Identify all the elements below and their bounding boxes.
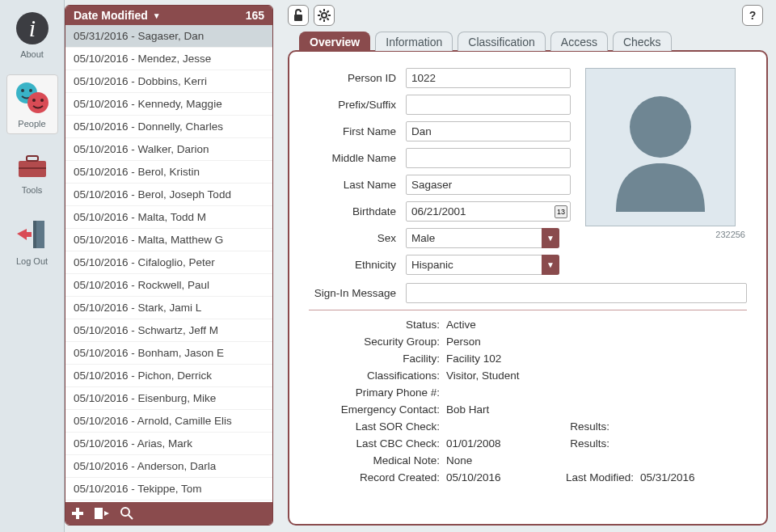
list-footer — [65, 502, 272, 525]
unlock-icon — [292, 9, 305, 22]
export-button[interactable] — [95, 508, 109, 519]
list-row[interactable]: 05/31/2016 - Sagaser, Dan — [65, 25, 272, 48]
list-row[interactable]: 05/10/2016 - Berol, Joseph Todd — [65, 184, 272, 206]
svg-marker-17 — [104, 511, 109, 516]
list-row[interactable]: 05/10/2016 - Malta, Matthew G — [65, 229, 272, 251]
svg-text:i: i — [28, 15, 35, 41]
input-last-name[interactable] — [406, 175, 571, 195]
label-person-id: Person ID — [309, 72, 406, 84]
svg-rect-12 — [33, 221, 36, 248]
add-button[interactable] — [72, 508, 83, 519]
gear-icon — [318, 9, 331, 22]
list-row[interactable]: 05/10/2016 - Bonham, Jason E — [65, 342, 272, 365]
input-middle-name[interactable] — [406, 148, 571, 168]
svg-line-19 — [129, 515, 133, 519]
chevron-down-icon[interactable]: ▼ — [542, 255, 559, 275]
nav-tools-label: Tools — [22, 185, 43, 195]
label-last-name: Last Name — [309, 179, 406, 191]
label-signin-msg: Sign-In Message — [309, 287, 406, 299]
nav-tools[interactable]: Tools — [6, 144, 58, 201]
label-status: Status: — [309, 319, 446, 331]
help-icon: ? — [746, 9, 759, 22]
list-row[interactable]: 05/10/2016 - Berol, Kristin — [65, 161, 272, 184]
value-classifications: Visitor, Student — [446, 369, 543, 382]
left-nav: i About People Tools — [0, 0, 65, 532]
svg-rect-10 — [27, 156, 38, 161]
list-row[interactable]: 05/10/2016 - Tekippe, Tom — [65, 478, 272, 500]
search-button[interactable] — [120, 507, 133, 520]
list-row[interactable]: 05/10/2016 - Schwartz, Jeff M — [65, 319, 272, 342]
label-sor-results: Results: — [543, 420, 616, 433]
svg-point-5 — [27, 92, 48, 113]
value-sor-results — [616, 420, 713, 433]
list-row[interactable]: 05/10/2016 - Cifaloglio, Peter — [65, 251, 272, 274]
input-first-name[interactable] — [406, 121, 571, 141]
value-medical-note: None — [446, 454, 543, 467]
label-medical-note: Medical Note: — [309, 454, 446, 467]
search-icon — [120, 507, 133, 520]
list-row[interactable]: 05/10/2016 - Mendez, Jesse — [65, 48, 272, 70]
svg-rect-16 — [95, 508, 103, 519]
value-facility: Facility 102 — [446, 353, 543, 365]
input-signin-msg[interactable] — [406, 283, 747, 303]
list-row[interactable]: 05/10/2016 - Malta, Todd M — [65, 206, 272, 229]
list-body[interactable]: 05/31/2016 - Sagaser, Dan05/10/2016 - Me… — [65, 25, 272, 502]
people-icon — [12, 80, 53, 116]
tab-overview[interactable]: Overview — [299, 32, 370, 51]
top-bar: ? — [288, 5, 768, 26]
select-ethnicity[interactable] — [406, 255, 559, 275]
list-row[interactable]: 05/10/2016 - Dobbins, Kerri — [65, 70, 272, 93]
chevron-down-icon[interactable]: ▼ — [542, 228, 559, 248]
unlock-button[interactable] — [288, 5, 309, 26]
svg-point-31 — [630, 96, 691, 158]
photo-placeholder[interactable] — [585, 68, 736, 226]
svg-point-21 — [322, 13, 327, 18]
list-row[interactable]: 05/10/2016 - Anderson, Darla — [65, 455, 272, 478]
list-row[interactable]: 05/10/2016 - Rockwell, Paul — [65, 274, 272, 297]
label-first-name: First Name — [309, 125, 406, 137]
form-fields: Person ID Prefix/Suffix First Name Middl… — [309, 68, 571, 281]
list-header[interactable]: Date Modified ▼ 165 — [65, 6, 272, 25]
input-person-id[interactable] — [406, 68, 571, 88]
list-row[interactable]: 05/10/2016 - Walker, Darion — [65, 138, 272, 161]
svg-rect-9 — [19, 167, 46, 169]
tab-classification[interactable]: Classification — [458, 32, 545, 51]
overview-card: Person ID Prefix/Suffix First Name Middl… — [288, 50, 768, 526]
select-sex[interactable] — [406, 228, 559, 248]
svg-line-26 — [319, 11, 321, 12]
tab-checks[interactable]: Checks — [613, 32, 672, 51]
export-icon — [95, 508, 109, 519]
list-row[interactable]: 05/10/2016 - Donnelly, Charles — [65, 116, 272, 138]
calendar-icon[interactable]: 13 — [555, 205, 567, 218]
svg-point-18 — [121, 508, 129, 516]
list-row[interactable]: 05/10/2016 - Arnold, Camille Elis — [65, 410, 272, 433]
nav-people[interactable]: People — [6, 74, 58, 134]
value-primary-phone — [446, 386, 543, 399]
list-row[interactable]: 05/10/2016 - Arias, Mark — [65, 433, 272, 455]
svg-rect-20 — [294, 15, 302, 21]
label-emergency-contact: Emergency Contact: — [309, 403, 446, 416]
svg-point-4 — [29, 89, 32, 92]
list-row[interactable]: 05/10/2016 - Kennedy, Maggie — [65, 93, 272, 116]
label-facility: Facility: — [309, 353, 446, 365]
input-prefix-suffix[interactable] — [406, 95, 571, 115]
divider — [309, 310, 747, 310]
list-row[interactable]: 05/10/2016 - Eisenburg, Mike — [65, 387, 272, 410]
list-row[interactable]: 05/10/2016 - Pichon, Derrick — [65, 365, 272, 387]
person-silhouette-icon — [600, 82, 721, 212]
input-birthdate[interactable] — [406, 201, 571, 222]
label-last-cbc: Last CBC Check: — [309, 437, 446, 450]
nav-about-label: About — [20, 49, 44, 59]
label-security-group: Security Group: — [309, 336, 446, 348]
label-last-modified: Last Modified: — [543, 471, 640, 483]
settings-button[interactable] — [314, 5, 335, 26]
main: ? OverviewInformationClassificationAcces… — [283, 0, 776, 532]
help-button[interactable]: ? — [742, 5, 763, 26]
tab-information[interactable]: Information — [375, 32, 453, 51]
list-row[interactable]: 05/10/2016 - Stark, Jami L — [65, 297, 272, 319]
tab-access[interactable]: Access — [550, 32, 608, 51]
nav-logout[interactable]: Log Out — [6, 210, 58, 272]
nav-about[interactable]: i About — [6, 5, 58, 65]
label-ethnicity: Ethnicity — [309, 259, 406, 271]
value-security-group: Person — [446, 336, 543, 348]
